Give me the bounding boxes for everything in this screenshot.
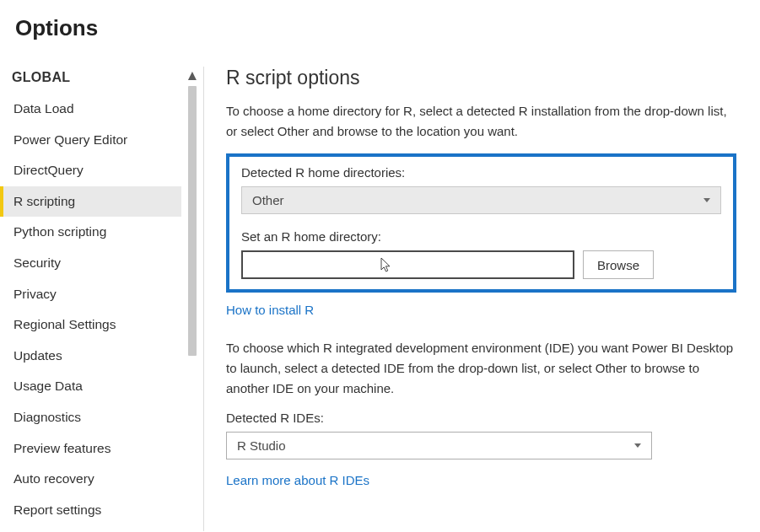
sidebar-nav-list: Data Load Power Query Editor DirectQuery… xyxy=(12,94,181,525)
detected-home-dropdown[interactable]: Other xyxy=(241,186,721,214)
sidebar-item-r-scripting[interactable]: R scripting xyxy=(0,186,181,218)
sidebar-item-usage-data[interactable]: Usage Data xyxy=(12,371,181,402)
detected-ide-value: R Studio xyxy=(237,438,286,453)
section-heading: R script options xyxy=(226,67,736,89)
detected-ide-dropdown[interactable]: R Studio xyxy=(226,432,652,459)
intro-text-ide: To choose which R integrated development… xyxy=(226,338,736,399)
set-home-label: Set an R home directory: xyxy=(241,229,721,244)
vertical-divider xyxy=(203,67,204,531)
page-title: Options xyxy=(0,0,760,67)
sidebar-group-label: GLOBAL xyxy=(12,67,181,94)
sidebar-item-python-scripting[interactable]: Python scripting xyxy=(12,217,181,248)
sidebar: GLOBAL Data Load Power Query Editor Dire… xyxy=(0,67,181,531)
sidebar-item-updates[interactable]: Updates xyxy=(12,341,181,372)
sidebar-scrollbar[interactable]: ▲ xyxy=(181,67,203,531)
r-home-input[interactable] xyxy=(241,250,574,279)
sidebar-item-auto-recovery[interactable]: Auto recovery xyxy=(12,464,181,495)
sidebar-item-report-settings[interactable]: Report settings xyxy=(12,495,181,526)
chevron-down-icon xyxy=(634,443,641,448)
detected-home-value: Other xyxy=(252,193,284,207)
detected-home-label: Detected R home directories: xyxy=(241,165,721,180)
scroll-up-icon[interactable]: ▲ xyxy=(186,68,200,83)
sidebar-item-directquery[interactable]: DirectQuery xyxy=(12,155,181,186)
intro-text-home: To choose a home directory for R, select… xyxy=(226,101,736,142)
how-to-install-r-link[interactable]: How to install R xyxy=(226,303,314,317)
browse-button[interactable]: Browse xyxy=(583,250,654,279)
sidebar-item-privacy[interactable]: Privacy xyxy=(12,279,181,310)
highlight-box: Detected R home directories: Other Set a… xyxy=(226,153,736,293)
detected-ide-label: Detected R IDEs: xyxy=(226,411,736,425)
sidebar-item-power-query-editor[interactable]: Power Query Editor xyxy=(12,125,181,156)
content-panel: R script options To choose a home direct… xyxy=(206,67,760,531)
learn-more-r-ides-link[interactable]: Learn more about R IDEs xyxy=(226,473,369,487)
chevron-down-icon xyxy=(703,198,710,202)
sidebar-item-data-load[interactable]: Data Load xyxy=(12,94,181,125)
main-layout: GLOBAL Data Load Power Query Editor Dire… xyxy=(0,67,760,531)
sidebar-item-diagnostics[interactable]: Diagnostics xyxy=(12,402,181,433)
scroll-thumb[interactable] xyxy=(188,86,197,356)
sidebar-item-preview-features[interactable]: Preview features xyxy=(12,433,181,465)
sidebar-item-security[interactable]: Security xyxy=(12,248,181,279)
sidebar-item-regional-settings[interactable]: Regional Settings xyxy=(12,309,181,341)
